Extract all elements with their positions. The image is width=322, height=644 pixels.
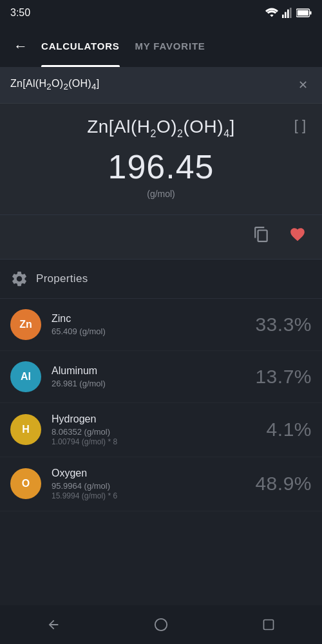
wifi-icon <box>265 8 278 18</box>
svg-rect-2 <box>287 10 289 18</box>
battery-icon <box>296 8 312 17</box>
element-detail: 15.9994 (g/mol) * 6 <box>52 491 245 500</box>
element-name: Zinc <box>52 313 245 325</box>
element-circle: Al <box>10 361 41 392</box>
element-name: Hydrogen <box>52 413 256 425</box>
element-percent: 48.9% <box>255 473 312 495</box>
element-list: Zn Zinc 65.409 (g/mol) 33.3% Al Aluminum… <box>0 299 322 511</box>
element-circle: Zn <box>10 309 41 340</box>
element-percent: 13.7% <box>255 366 312 388</box>
tab-my-favorite[interactable]: MY FAVORITE <box>135 26 205 67</box>
element-percent: 4.1% <box>267 419 312 440</box>
status-icons <box>265 8 312 18</box>
element-mass: 65.409 (g/mol) <box>52 327 245 336</box>
element-circle: O <box>10 468 41 499</box>
action-row <box>0 215 322 260</box>
properties-header: Properties <box>0 260 322 299</box>
status-time: 3:50 <box>10 7 30 19</box>
svg-rect-5 <box>298 10 308 16</box>
element-info: Zinc 65.409 (g/mol) <box>52 313 245 336</box>
top-nav: ← CALCULATORS MY FAVORITE <box>0 26 322 67</box>
element-detail: 1.00794 (g/mol) * 8 <box>52 437 256 446</box>
svg-point-7 <box>155 619 167 630</box>
nav-tabs: CALCULATORS MY FAVORITE <box>41 26 312 67</box>
element-info: Aluminum 26.981 (g/mol) <box>52 365 245 388</box>
circle-home-icon <box>154 618 168 632</box>
element-symbol: O <box>22 478 30 489</box>
element-mass: 95.9964 (g/mol) <box>52 481 245 491</box>
element-percent: 33.3% <box>255 314 312 336</box>
copy-icon <box>253 226 270 243</box>
element-mass: 26.981 (g/mol) <box>52 379 245 388</box>
bracket-button[interactable]: [ ] <box>289 114 312 137</box>
back-nav-button[interactable] <box>39 611 68 639</box>
back-button[interactable]: ← <box>10 36 31 57</box>
tab-calculators[interactable]: CALCULATORS <box>41 26 120 67</box>
search-bar: Zn[Al(H2O)2(OH)4] ✕ <box>0 67 322 104</box>
heart-icon <box>289 226 306 243</box>
recent-nav-button[interactable] <box>254 611 283 639</box>
element-mass: 8.06352 (g/mol) <box>52 427 256 437</box>
formula-text: Zn[Al(H2O)2(OH)4] <box>10 117 312 140</box>
molar-mass-value: 196.45 <box>10 147 312 186</box>
element-row[interactable]: Al Aluminum 26.981 (g/mol) 13.7% <box>0 351 322 403</box>
copy-button[interactable] <box>247 220 276 249</box>
element-info: Oxygen 95.9964 (g/mol) 15.9994 (g/mol) *… <box>52 468 245 500</box>
triangle-back-icon <box>46 618 61 632</box>
svg-rect-6 <box>310 11 312 14</box>
element-name: Aluminum <box>52 365 245 377</box>
formula-display: [ ] Zn[Al(H2O)2(OH)4] 196.45 (g/mol) <box>0 104 322 215</box>
svg-rect-8 <box>263 620 273 630</box>
element-row[interactable]: Zn Zinc 65.409 (g/mol) 33.3% <box>0 299 322 351</box>
search-value: Zn[Al(H2O)2(OH)4] <box>10 78 99 91</box>
svg-rect-1 <box>285 12 287 18</box>
svg-rect-0 <box>282 15 284 18</box>
signal-icon <box>282 8 292 18</box>
gear-icon <box>10 270 28 288</box>
status-bar: 3:50 <box>0 0 322 26</box>
element-symbol: Al <box>21 371 31 383</box>
molar-mass-unit: (g/mol) <box>10 189 312 199</box>
element-symbol: H <box>22 424 30 435</box>
favorite-button[interactable] <box>283 220 312 249</box>
properties-label: Properties <box>36 272 88 285</box>
svg-rect-3 <box>290 8 292 18</box>
element-name: Oxygen <box>52 468 245 479</box>
clear-button[interactable]: ✕ <box>294 76 312 94</box>
element-symbol: Zn <box>19 319 32 330</box>
element-circle: H <box>10 414 41 445</box>
element-row[interactable]: O Oxygen 95.9964 (g/mol) 15.9994 (g/mol)… <box>0 457 322 511</box>
element-row[interactable]: H Hydrogen 8.06352 (g/mol) 1.00794 (g/mo… <box>0 403 322 457</box>
bottom-nav <box>0 605 322 644</box>
back-arrow-icon: ← <box>14 38 28 55</box>
element-info: Hydrogen 8.06352 (g/mol) 1.00794 (g/mol)… <box>52 413 256 446</box>
home-nav-button[interactable] <box>147 611 175 639</box>
square-recent-icon <box>262 618 275 631</box>
